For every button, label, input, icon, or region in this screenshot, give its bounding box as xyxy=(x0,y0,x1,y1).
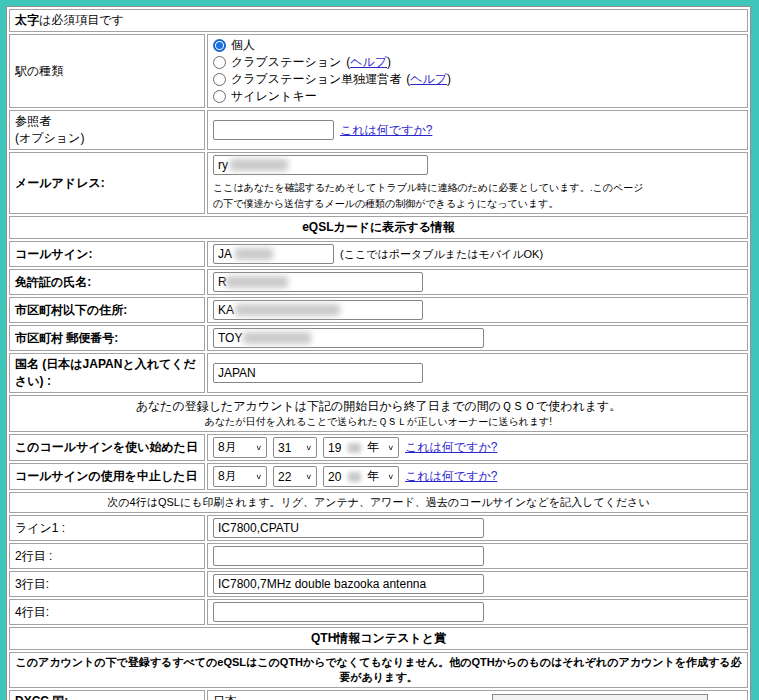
end-year-select[interactable]: 20年∨ xyxy=(323,466,399,487)
card-section-row: eQSLカードに表示する情報 xyxy=(9,216,748,239)
qsl-line1-cell xyxy=(207,515,748,541)
email-note-1: ここはあなたを確認するためそしてトラブル時に連絡のために必要としています。.この… xyxy=(213,181,644,195)
radio-option-individual[interactable]: 個人 xyxy=(213,37,742,54)
referrer-label-line2: (オプション) xyxy=(15,130,199,147)
chevron-down-icon: ∨ xyxy=(305,444,312,452)
station-type-row: 駅の種類 個人 クラブステーション (ヘルプ) クラブステーション単独運営者 (… xyxy=(9,34,748,108)
license-name-row: 免許証の氏名: xyxy=(9,269,748,295)
referrer-label: 参照者 (オプション) xyxy=(9,110,205,150)
qsl-line3-input[interactable] xyxy=(213,574,484,594)
postal-label: 市区町村 郵便番号: xyxy=(9,325,205,351)
qth-note-row: このアカウントの下で登録するすべてのeQSLはこのQTHからでなくてもなりません… xyxy=(9,652,748,688)
end-month-select[interactable]: 8月∨ xyxy=(213,466,267,487)
qsl-line3-row: 3行目: xyxy=(9,571,748,597)
license-name-input[interactable] xyxy=(213,272,423,292)
postal-input[interactable] xyxy=(213,328,484,348)
email-note-2: の下で僕達から送信するメールの種類の制御ができるようになっています。 xyxy=(213,197,742,211)
qsl-line1-label: ライン1 : xyxy=(9,515,205,541)
dates-note-line1: あなたの登録したアカウントは下記の開始日から終了日までの間のＱＳＯで使われます。 xyxy=(15,398,742,415)
dates-note-line2: あなたが日付を入れることで送られたＱＳＬが正しいオーナーに送られます! xyxy=(15,415,742,429)
club-help-link[interactable]: ヘルプ xyxy=(350,55,387,69)
callsign-row: コールサイン: (ここではポータブルまたはモバイルOK) xyxy=(9,241,748,267)
qth-section-row: QTH情報コンテストと賞 xyxy=(9,627,748,650)
top-note-rest: は必須項目です xyxy=(39,13,124,27)
postal-cell xyxy=(207,325,748,351)
end-day-select[interactable]: 22∨ xyxy=(273,466,317,487)
station-type-label: 駅の種類 xyxy=(9,34,205,108)
radio-icon[interactable] xyxy=(213,56,226,69)
start-year-select[interactable]: 19年∨ xyxy=(323,437,399,458)
callsign-label: コールサイン: xyxy=(9,241,205,267)
radio-option-club-station[interactable]: クラブステーション (ヘルプ) xyxy=(213,54,742,71)
country-label: 国名 (日本はJAPANと入れてください) : xyxy=(9,353,205,393)
cutoff-element xyxy=(492,694,708,700)
license-name-cell xyxy=(207,269,748,295)
qsl-line3-cell xyxy=(207,571,748,597)
email-row: メールアドレス: ここはあなたを確認するためそしてトラブル時に連絡のために必要と… xyxy=(9,152,748,214)
qsl-line4-row: 4行目: xyxy=(9,599,748,625)
referrer-input[interactable] xyxy=(213,120,334,140)
date-start-label: このコールサインを使い始めた日 xyxy=(9,434,205,461)
address-label: 市区町村以下の住所: xyxy=(9,297,205,323)
referrer-row: 参照者 (オプション) これは何ですか? xyxy=(9,110,748,150)
chevron-down-icon: ∨ xyxy=(387,444,394,452)
date-end-label: コールサインの使用を中止した日 xyxy=(9,463,205,490)
dates-note: あなたの登録したアカウントは下記の開始日から終了日までの間のＱＳＯで使われます。… xyxy=(9,395,748,432)
radio-label: クラブステーション単独運営者 xyxy=(231,71,401,88)
qsl-line2-input[interactable] xyxy=(213,546,484,566)
paren: (ヘルプ) xyxy=(406,71,451,88)
email-cell: ここはあなたを確認するためそしてトラブル時に連絡のために必要としています。.この… xyxy=(207,152,748,214)
profile-form-table: 太字は必須項目です 駅の種類 個人 クラブステーション (ヘルプ) クラブステー… xyxy=(6,6,751,700)
qsl-line2-label: 2行目 : xyxy=(9,543,205,569)
address-cell xyxy=(207,297,748,323)
qsl-line4-cell xyxy=(207,599,748,625)
dxcc-label: DXCC 国: xyxy=(9,690,205,700)
qsl-line2-row: 2行目 : xyxy=(9,543,748,569)
radio-option-silent-key[interactable]: サイレントキー xyxy=(213,88,742,105)
date-start-help-link[interactable]: これは何ですか? xyxy=(405,439,497,456)
postal-row: 市区町村 郵便番号: xyxy=(9,325,748,351)
paren: (ヘルプ) xyxy=(346,54,391,71)
radio-option-club-single-operator[interactable]: クラブステーション単独運営者 (ヘルプ) xyxy=(213,71,742,88)
address-input[interactable] xyxy=(213,300,423,320)
qsl-line3-label: 3行目: xyxy=(9,571,205,597)
country-row: 国名 (日本はJAPANと入れてください) : xyxy=(9,353,748,393)
date-end-cell: 8月∨ 22∨ 20年∨ これは何ですか? xyxy=(207,463,748,490)
date-start-cell: 8月∨ 31∨ 19年∨ これは何ですか? xyxy=(207,434,748,461)
country-cell xyxy=(207,353,748,393)
date-end-help-link[interactable]: これは何ですか? xyxy=(405,468,497,485)
start-day-select[interactable]: 31∨ xyxy=(273,437,317,458)
qsl-line4-label: 4行目: xyxy=(9,599,205,625)
qsl-line4-input[interactable] xyxy=(213,602,484,622)
chevron-down-icon: ∨ xyxy=(255,444,262,452)
top-note-row: 太字は必須項目です xyxy=(9,9,748,32)
date-start-row: このコールサインを使い始めた日 8月∨ 31∨ 19年∨ これは何ですか? xyxy=(9,434,748,461)
referrer-help-link[interactable]: これは何ですか? xyxy=(340,122,432,139)
radio-icon[interactable] xyxy=(213,73,226,86)
qth-section-title: QTH情報コンテストと賞 xyxy=(9,627,748,650)
chevron-down-icon: ∨ xyxy=(255,473,262,481)
country-input[interactable] xyxy=(213,363,423,383)
radio-selected-icon[interactable] xyxy=(213,39,226,52)
referrer-label-line1: 参照者 xyxy=(15,113,199,130)
date-end-row: コールサインの使用を中止した日 8月∨ 22∨ 20年∨ これは何ですか? xyxy=(9,463,748,490)
radio-label: クラブステーション xyxy=(231,54,341,71)
license-name-label: 免許証の氏名: xyxy=(9,269,205,295)
callsign-cell: (ここではポータブルまたはモバイルOK) xyxy=(207,241,748,267)
top-note: 太字は必須項目です xyxy=(9,9,748,32)
email-input[interactable] xyxy=(213,155,428,175)
start-month-select[interactable]: 8月∨ xyxy=(213,437,267,458)
callsign-input[interactable] xyxy=(213,244,334,264)
card-section-title: eQSLカードに表示する情報 xyxy=(9,216,748,239)
callsign-hint: (ここではポータブルまたはモバイルOK) xyxy=(340,247,543,262)
chevron-down-icon: ∨ xyxy=(305,473,312,481)
radio-label: サイレントキー xyxy=(231,88,317,105)
club-single-help-link[interactable]: ヘルプ xyxy=(410,72,447,86)
chevron-down-icon: ∨ xyxy=(387,473,394,481)
radio-icon[interactable] xyxy=(213,90,226,103)
qsl-line1-input[interactable] xyxy=(213,518,484,538)
radio-label: 個人 xyxy=(231,37,255,54)
referrer-cell: これは何ですか? xyxy=(207,110,748,150)
dates-note-row: あなたの登録したアカウントは下記の開始日から終了日までの間のＱＳＯで使われます。… xyxy=(9,395,748,432)
qsl-line1-row: ライン1 : xyxy=(9,515,748,541)
